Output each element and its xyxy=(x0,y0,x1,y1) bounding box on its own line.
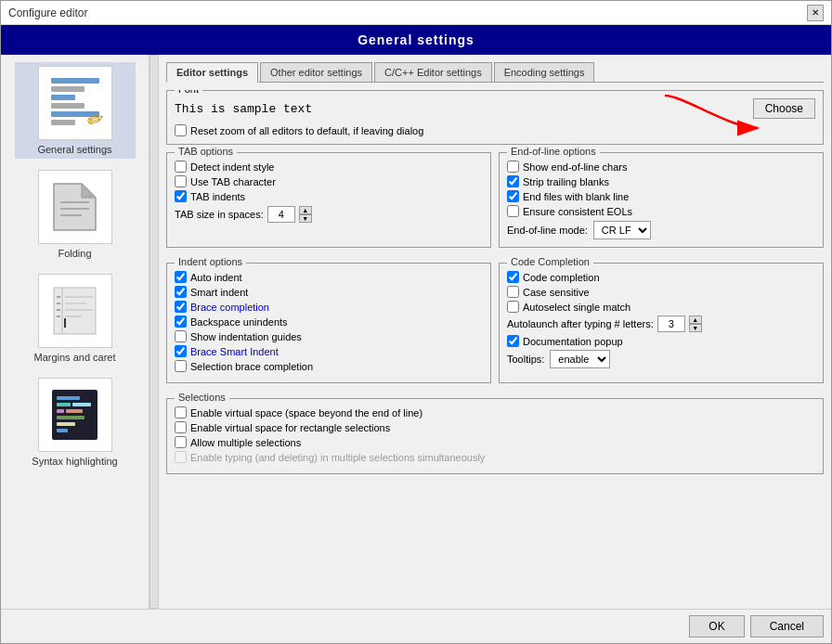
backspace-label: Backspace unindents xyxy=(190,316,288,328)
eol-mode-select[interactable]: CR LF CR LF xyxy=(593,221,651,239)
svg-rect-18 xyxy=(57,403,71,406)
virtual-space-row: Enable virtual space (space beyond the e… xyxy=(175,406,815,419)
tab-size-label: TAB size in spaces: xyxy=(175,209,264,220)
tab-size-input[interactable] xyxy=(267,206,295,223)
selection-brace-row: Selection brace completion xyxy=(175,360,483,372)
tab-editor[interactable]: Editor settings xyxy=(166,62,258,83)
selections-section: Selections Enable virtual space (space b… xyxy=(166,398,824,474)
brace-smart-checkbox[interactable] xyxy=(175,345,187,357)
sidebar-item-general[interactable]: ✏ General settings xyxy=(15,62,136,159)
tab-indents-label: TAB indents xyxy=(190,191,245,202)
brace-completion-label: Brace completion xyxy=(190,302,269,313)
tooltips-row: Tooltips: enable disable xyxy=(507,350,815,368)
sidebar-label-folding: Folding xyxy=(58,248,91,259)
autolaunch-up[interactable]: ▲ xyxy=(689,316,702,324)
bottom-buttons: OK Cancel xyxy=(1,609,831,643)
eol-mode-row: End-of-line mode: CR LF CR LF xyxy=(507,221,815,239)
reset-zoom-checkbox[interactable] xyxy=(175,124,187,136)
folding-icon xyxy=(38,170,112,244)
svg-rect-20 xyxy=(57,409,64,413)
autoselect-checkbox[interactable] xyxy=(507,301,519,313)
multiple-label: Allow multiple selections xyxy=(190,437,301,448)
strip-trailing-checkbox[interactable] xyxy=(507,175,519,187)
close-button[interactable]: ✕ xyxy=(807,5,824,21)
detect-indent-row: Detect indent style xyxy=(175,161,483,173)
auto-indent-label: Auto indent xyxy=(190,272,242,283)
use-tab-checkbox[interactable] xyxy=(175,175,187,187)
brace-smart-row: Brace Smart Indent xyxy=(175,345,483,357)
autolaunch-row: Autolaunch after typing # letters: ▲ ▼ xyxy=(507,316,815,332)
selections-label: Selections xyxy=(175,392,229,403)
smart-indent-row: Smart indent xyxy=(175,286,483,298)
virtual-rect-label: Enable virtual space for rectangle selec… xyxy=(190,422,390,433)
virtual-rect-checkbox[interactable] xyxy=(175,421,187,433)
code-completion-checkbox[interactable] xyxy=(507,271,519,283)
tab-options-section: TAB options Detect indent style Use TAB … xyxy=(166,152,491,248)
smart-indent-checkbox[interactable] xyxy=(175,286,187,298)
backspace-checkbox[interactable] xyxy=(175,316,187,328)
tab-encoding[interactable]: Encoding settings xyxy=(494,62,595,82)
multiple-row: Allow multiple selections xyxy=(175,436,815,448)
enable-typing-row: Enable typing (and deleting) in multiple… xyxy=(175,451,815,463)
case-sensitive-checkbox[interactable] xyxy=(507,286,519,298)
virtual-rect-row: Enable virtual space for rectangle selec… xyxy=(175,421,815,433)
enable-typing-checkbox xyxy=(175,451,187,463)
tab-size-row: TAB size in spaces: ▲ ▼ xyxy=(175,206,483,223)
tab-size-up[interactable]: ▲ xyxy=(299,206,312,214)
multiple-checkbox[interactable] xyxy=(175,436,187,448)
sample-text: This is sample text xyxy=(175,102,312,116)
selection-brace-checkbox[interactable] xyxy=(175,360,187,372)
show-indentation-row: Show indentation guides xyxy=(175,330,483,342)
tab-other[interactable]: Other editor settings xyxy=(260,62,372,82)
reset-zoom-row: Reset zoom of all editors to default, if… xyxy=(175,124,815,136)
autolaunch-down[interactable]: ▼ xyxy=(689,324,702,332)
virtual-space-checkbox[interactable] xyxy=(175,406,187,419)
show-indentation-label: Show indentation guides xyxy=(190,331,302,342)
margins-svg xyxy=(49,283,100,339)
settings-panel: Font This is sample text xyxy=(166,90,824,601)
show-indentation-checkbox[interactable] xyxy=(175,330,187,342)
case-sensitive-row: Case sensitive xyxy=(507,286,815,298)
sidebar-label-general: General settings xyxy=(37,144,111,155)
dialog-title: General settings xyxy=(1,25,831,55)
choose-button[interactable]: Choose xyxy=(753,98,815,119)
font-row: This is sample text Ch xyxy=(175,98,815,119)
ok-button[interactable]: OK xyxy=(689,615,744,638)
svg-rect-17 xyxy=(57,396,80,400)
selection-brace-label: Selection brace completion xyxy=(190,361,313,372)
auto-indent-checkbox[interactable] xyxy=(175,271,187,283)
detect-indent-checkbox[interactable] xyxy=(175,161,187,173)
ensure-eol-label: Ensure consistent EOLs xyxy=(523,206,632,217)
brace-completion-row: Brace completion xyxy=(175,301,483,313)
autolaunch-label: Autolaunch after typing # letters: xyxy=(507,318,654,329)
tab-indents-checkbox[interactable] xyxy=(175,190,187,202)
window-title: Configure editor xyxy=(8,6,87,19)
tab-cpp[interactable]: C/C++ Editor settings xyxy=(374,62,492,82)
brace-completion-checkbox[interactable] xyxy=(175,301,187,313)
autolaunch-input[interactable] xyxy=(657,316,685,332)
indent-options-section: Indent options Auto indent Smart indent … xyxy=(166,263,491,383)
sidebar-item-margins[interactable]: Margins and caret xyxy=(15,270,136,367)
eol-mode-label: End-of-line mode: xyxy=(507,225,588,236)
doc-popup-checkbox[interactable] xyxy=(507,335,519,347)
sidebar-item-folding[interactable]: Folding xyxy=(15,166,136,263)
tab-eol-row: TAB options Detect indent style Use TAB … xyxy=(166,152,824,255)
strip-trailing-row: Strip trailing blanks xyxy=(507,175,815,187)
tooltips-select[interactable]: enable disable xyxy=(550,350,610,368)
tab-bar: Editor settings Other editor settings C/… xyxy=(166,62,824,83)
tab-size-down[interactable]: ▼ xyxy=(299,214,312,223)
syntax-svg xyxy=(49,387,100,443)
cancel-button[interactable]: Cancel xyxy=(750,615,824,638)
indent-completion-row: Indent options Auto indent Smart indent … xyxy=(166,263,824,391)
show-eol-checkbox[interactable] xyxy=(507,161,519,173)
sidebar-scrollbar[interactable] xyxy=(150,55,159,609)
virtual-space-label: Enable virtual space (space beyond the e… xyxy=(190,407,422,419)
tab-indents-row: TAB indents xyxy=(175,190,483,202)
sidebar-item-syntax[interactable]: Syntax highlighting xyxy=(15,374,136,470)
sidebar-label-margins: Margins and caret xyxy=(33,352,115,363)
end-blank-checkbox[interactable] xyxy=(507,190,519,202)
ensure-eol-checkbox[interactable] xyxy=(507,205,519,217)
code-completion-row: Code completion xyxy=(507,271,815,283)
autoselect-row: Autoselect single match xyxy=(507,301,815,313)
folding-svg xyxy=(49,179,100,235)
